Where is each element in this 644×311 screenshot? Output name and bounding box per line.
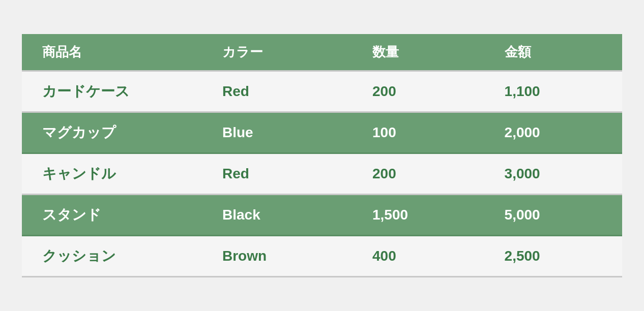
cell-color: Black — [202, 194, 352, 235]
cell-product: スタンド — [22, 194, 202, 235]
cell-quantity: 400 — [352, 235, 484, 276]
table-row: スタンドBlack1,5005,000 — [22, 194, 622, 235]
cell-amount: 1,100 — [484, 71, 622, 112]
cell-quantity: 100 — [352, 112, 484, 153]
header-product: 商品名 — [22, 34, 202, 71]
header-quantity: 数量 — [352, 34, 484, 71]
cell-amount: 5,000 — [484, 194, 622, 235]
product-table-wrapper: 商品名 カラー 数量 金額 カードケースRed2001,100マグカップBlue… — [22, 34, 622, 277]
cell-quantity: 200 — [352, 71, 484, 112]
cell-product: カードケース — [22, 71, 202, 112]
cell-quantity: 1,500 — [352, 194, 484, 235]
table-row: カードケースRed2001,100 — [22, 71, 622, 112]
cell-color: Brown — [202, 235, 352, 276]
cell-color: Red — [202, 153, 352, 194]
cell-product: クッション — [22, 235, 202, 276]
cell-color: Blue — [202, 112, 352, 153]
product-table: 商品名 カラー 数量 金額 カードケースRed2001,100マグカップBlue… — [22, 34, 622, 277]
table-row: マグカップBlue1002,000 — [22, 112, 622, 153]
header-amount: 金額 — [484, 34, 622, 71]
cell-amount: 2,000 — [484, 112, 622, 153]
table-row: キャンドルRed2003,000 — [22, 153, 622, 194]
cell-amount: 2,500 — [484, 235, 622, 276]
cell-product: マグカップ — [22, 112, 202, 153]
header-color: カラー — [202, 34, 352, 71]
table-row: クッションBrown4002,500 — [22, 235, 622, 276]
table-header-row: 商品名 カラー 数量 金額 — [22, 34, 622, 71]
cell-product: キャンドル — [22, 153, 202, 194]
cell-quantity: 200 — [352, 153, 484, 194]
cell-color: Red — [202, 71, 352, 112]
cell-amount: 3,000 — [484, 153, 622, 194]
